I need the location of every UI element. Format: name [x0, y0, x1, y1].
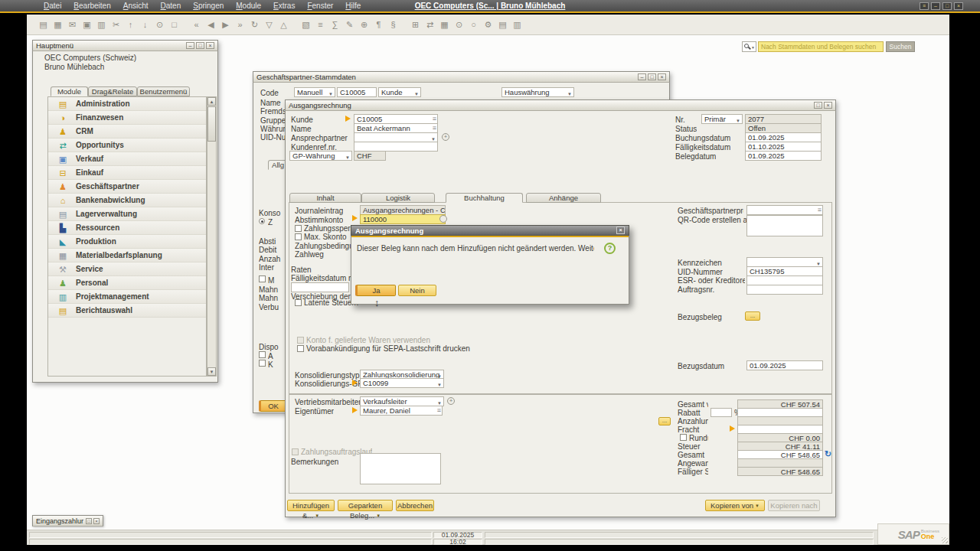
resize-grip[interactable]	[942, 537, 948, 543]
nav-last-icon[interactable]: »	[234, 19, 246, 31]
toolbar: ▤▦✉▣▥✂↑↓⊙□«◀▶»↻▽△▧≡∑✎⊕¶§⊞⇄▦⊙○⚙▤▥	[27, 15, 949, 35]
new-document-icon[interactable]: ▤	[38, 19, 49, 31]
table-icon[interactable]: ▦	[439, 19, 450, 31]
grid-icon[interactable]: ⊞	[410, 19, 421, 31]
status-cell	[485, 539, 874, 545]
clipboard-icon[interactable]: ▧	[300, 19, 312, 31]
binoculars-search-icon[interactable]: ⊙	[154, 19, 165, 31]
message-icon[interactable]: §	[387, 19, 399, 31]
journal-icon[interactable]: ≡	[315, 19, 326, 31]
print-preview-icon[interactable]: ▣	[81, 19, 93, 31]
user-icon[interactable]: ○	[468, 19, 479, 31]
bottom-layer: Eingangszahlur □ × 01.09.2025 16:02 SAP …	[0, 0, 980, 551]
chart-icon[interactable]: ∑	[329, 19, 341, 31]
sort-icon[interactable]: △	[278, 19, 289, 31]
doc-import-icon[interactable]: ↓	[139, 19, 151, 31]
envelope-icon[interactable]: ✉	[67, 19, 78, 31]
nav-first-icon[interactable]: «	[191, 19, 202, 31]
filter-icon[interactable]: ▽	[263, 19, 275, 31]
doc-export-icon[interactable]: ↑	[125, 19, 136, 31]
database-alt-icon[interactable]: ▥	[511, 19, 523, 31]
status-time: 16:02	[433, 539, 482, 545]
blank-page-icon[interactable]: □	[168, 19, 180, 31]
doc-cut-icon[interactable]: ✂	[110, 19, 122, 31]
doc-add-icon[interactable]: ⊕	[358, 19, 370, 31]
edit-pencil-icon[interactable]: ✎	[344, 19, 355, 31]
status-cell	[485, 532, 874, 538]
status-bar: 01.09.2025 16:02	[27, 530, 949, 545]
nav-prev-icon[interactable]: ◀	[205, 19, 217, 31]
settings-gear-icon[interactable]: ⚙	[482, 19, 494, 31]
note-icon[interactable]: ¶	[373, 19, 384, 31]
minimized-window-title: Eingangszahlur	[36, 517, 83, 525]
nav-next-icon[interactable]: ▶	[220, 19, 231, 31]
status-cell	[29, 532, 432, 538]
refresh-icon[interactable]: ↻	[249, 19, 260, 31]
printer-icon[interactable]: ▦	[52, 19, 64, 31]
swap-icon[interactable]: ⇄	[424, 19, 436, 31]
minimized-window[interactable]: Eingangszahlur □ ×	[32, 515, 103, 527]
restore-icon[interactable]: □	[86, 518, 92, 524]
status-cell	[29, 539, 432, 545]
sap-logo: SAP Business One	[877, 523, 949, 545]
close-icon[interactable]: ×	[93, 518, 100, 524]
database-icon[interactable]: ▤	[497, 19, 508, 31]
app-title: OEC Computers (Sc... | Bruno Mühlebach	[0, 2, 980, 10]
folder-icon[interactable]: ▥	[96, 19, 107, 31]
users-icon[interactable]: ⊙	[453, 19, 465, 31]
status-date: 01.09.2025	[433, 532, 482, 538]
menu-bar: OEC Computers (Sc... | Bruno Mühlebach D…	[0, 0, 980, 13]
